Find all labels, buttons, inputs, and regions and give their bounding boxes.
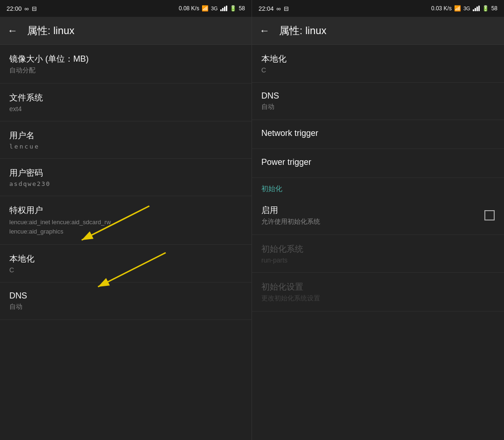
right-locale-title: 本地化 xyxy=(261,53,495,64)
right-dns-value: 自动 xyxy=(261,103,495,111)
left-filesystem-value: ext4 xyxy=(9,105,242,113)
left-speed: 0.08 K/s xyxy=(179,5,199,12)
left-item-dns[interactable]: DNS 自动 xyxy=(0,283,252,320)
left-image-size-value: 自动分配 xyxy=(9,66,242,75)
left-privileged-title: 特权用户 xyxy=(9,205,242,216)
left-status-right: 0.08 K/s 📶 3G 🔋 58 xyxy=(179,5,245,12)
right-app-bar-title: 属性: linux xyxy=(279,24,326,38)
right-init-system-value: run-parts xyxy=(261,256,495,264)
left-content-scroll: 镜像大小 (单位：MB) 自动分配 文件系统 ext4 用户名 lencue 用… xyxy=(0,45,252,440)
signal-icon: 3G xyxy=(211,6,218,11)
right-power-trigger-title: Power trigger xyxy=(261,157,495,167)
left-username-title: 用户名 xyxy=(9,130,242,141)
right-item-power-trigger[interactable]: Power trigger xyxy=(252,149,504,178)
right-network-trigger-title: Network trigger xyxy=(261,128,495,138)
left-password-value: asdqwe230 xyxy=(9,180,242,187)
right-dns-title: DNS xyxy=(261,91,495,101)
right-sim-icon: ⊟ xyxy=(284,5,289,12)
left-app-bar: ← 属性: linux xyxy=(0,17,252,45)
right-item-enable[interactable]: 启用 允许使用初始化系统 xyxy=(252,196,504,235)
right-init-settings-value: 更改初始化系统设置 xyxy=(261,294,495,303)
right-signal-icon: 3G xyxy=(463,6,470,11)
left-dns-value: 自动 xyxy=(9,303,242,311)
battery-icon: 🔋 xyxy=(230,5,237,12)
right-app-bar: ← 属性: linux xyxy=(252,17,504,45)
right-item-locale[interactable]: 本地化 C xyxy=(252,45,504,83)
left-item-locale[interactable]: 本地化 C xyxy=(0,245,252,283)
left-username-value: lencue xyxy=(9,143,242,150)
right-status-bar: 22:04 ∞ ⊟ 0.03 K/s 📶 3G 🔋 58 xyxy=(252,0,504,17)
left-battery: 58 xyxy=(239,5,245,12)
right-battery-icon: 🔋 xyxy=(482,5,489,12)
left-item-filesystem[interactable]: 文件系统 ext4 xyxy=(0,84,252,121)
signal-bars xyxy=(220,6,227,11)
left-password-title: 用户密码 xyxy=(9,167,242,178)
right-speed: 0.03 K/s xyxy=(431,5,452,12)
right-item-init-system[interactable]: 初始化系统 run-parts xyxy=(252,235,504,273)
right-enable-text: 启用 允许使用初始化系统 xyxy=(261,205,320,226)
right-section-label: 初始化 xyxy=(261,185,282,192)
left-status-bar: 22:00 ∞ ⊟ 0.08 K/s 📶 3G 🔋 58 xyxy=(0,0,252,17)
left-item-image-size[interactable]: 镜像大小 (单位：MB) 自动分配 xyxy=(0,45,252,84)
right-wifi-icon: 📶 xyxy=(454,5,461,12)
sim-icon: ⊟ xyxy=(32,5,37,12)
left-locale-title: 本地化 xyxy=(9,253,242,264)
left-content-wrapper: 镜像大小 (单位：MB) 自动分配 文件系统 ext4 用户名 lencue 用… xyxy=(0,45,252,440)
infinity-icon: ∞ xyxy=(25,5,29,12)
right-item-dns[interactable]: DNS 自动 xyxy=(252,83,504,120)
right-signal-bars xyxy=(473,6,480,11)
right-enable-row: 启用 允许使用初始化系统 xyxy=(261,205,495,226)
right-item-network-trigger[interactable]: Network trigger xyxy=(252,120,504,149)
left-time: 22:00 xyxy=(7,5,22,12)
right-init-system-title: 初始化系统 xyxy=(261,243,495,255)
left-item-password[interactable]: 用户密码 asdqwe230 xyxy=(0,159,252,196)
left-status-left: 22:00 ∞ ⊟ xyxy=(7,5,37,12)
left-back-button[interactable]: ← xyxy=(7,26,18,36)
right-enable-checkbox[interactable] xyxy=(484,210,495,220)
right-status-right: 0.03 K/s 📶 3G 🔋 58 xyxy=(431,5,497,12)
right-status-left: 22:04 ∞ ⊟ xyxy=(259,5,289,12)
left-item-privileged[interactable]: 特权用户 lencue:aid_inet lencue:aid_sdcard_r… xyxy=(0,196,252,245)
right-section-header: 初始化 xyxy=(252,178,504,196)
left-image-size-title: 镜像大小 (单位：MB) xyxy=(9,53,242,64)
left-app-bar-title: 属性: linux xyxy=(27,24,74,38)
right-content-scroll: 本地化 C DNS 自动 Network trigger Power trigg… xyxy=(252,45,504,440)
right-infinity-icon: ∞ xyxy=(277,5,281,12)
left-filesystem-title: 文件系统 xyxy=(9,92,242,103)
right-locale-value: C xyxy=(261,66,495,74)
right-init-settings-title: 初始化设置 xyxy=(261,281,495,292)
left-item-username[interactable]: 用户名 lencue xyxy=(0,121,252,159)
right-enable-value: 允许使用初始化系统 xyxy=(261,218,320,226)
wifi-icon: 📶 xyxy=(202,5,209,12)
right-item-init-settings[interactable]: 初始化设置 更改初始化系统设置 xyxy=(252,273,504,312)
left-privileged-value: lencue:aid_inet lencue:aid_sdcard_rw len… xyxy=(9,218,242,236)
right-panel: 22:04 ∞ ⊟ 0.03 K/s 📶 3G 🔋 58 ← 属性: linux… xyxy=(252,0,504,440)
left-locale-value: C xyxy=(9,266,242,274)
right-back-button[interactable]: ← xyxy=(259,26,270,36)
right-enable-title: 启用 xyxy=(261,205,320,216)
right-battery: 58 xyxy=(491,5,497,12)
right-time: 22:04 xyxy=(259,5,274,12)
left-dns-title: DNS xyxy=(9,291,242,301)
left-panel: 22:00 ∞ ⊟ 0.08 K/s 📶 3G 🔋 58 ← 属性: linux xyxy=(0,0,252,440)
